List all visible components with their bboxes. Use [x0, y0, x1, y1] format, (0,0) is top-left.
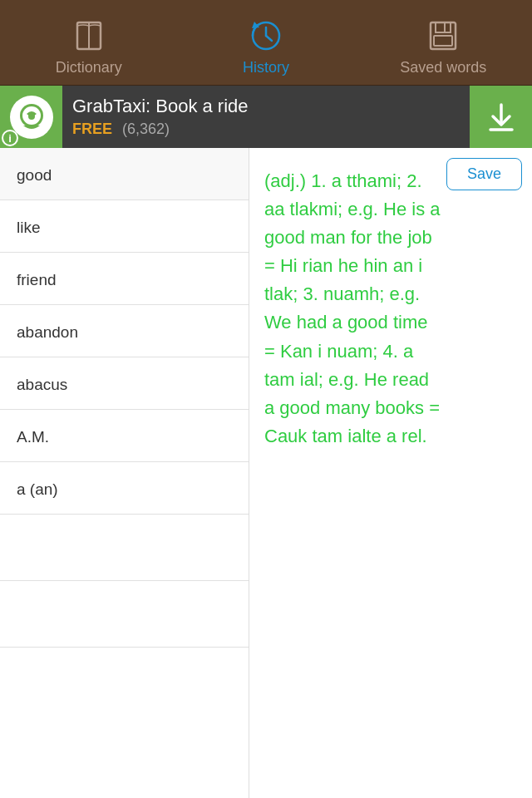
svg-rect-7 — [436, 22, 451, 32]
main-content: good like friend abandon abacus A.M. a (… — [0, 148, 532, 798]
app-sub: FREE (6,362) — [72, 121, 460, 138]
nav-item-saved[interactable]: Saved words — [355, 0, 532, 85]
word-item-good[interactable]: good — [0, 148, 249, 200]
banner-info: GrabTaxi: Book a ride FREE (6,362) — [62, 89, 470, 145]
word-item-abandon[interactable]: abandon — [0, 305, 249, 357]
nav-item-history[interactable]: History — [177, 0, 354, 85]
free-label: FREE — [72, 121, 112, 138]
save-button[interactable]: Save — [446, 158, 522, 190]
svg-rect-8 — [434, 36, 452, 46]
word-list: good like friend abandon abacus A.M. a (… — [0, 148, 249, 798]
word-item-blank-2[interactable] — [0, 581, 249, 648]
definition-panel: Save (adj.) 1. a tthami; 2. aa tlakmi; e… — [249, 148, 532, 798]
nav-item-dictionary[interactable]: Dictionary — [0, 0, 177, 85]
definition-text: (adj.) 1. a tthami; 2. aa tlakmi; e.g. H… — [264, 167, 517, 451]
clock-icon — [248, 17, 284, 54]
word-item-a-an[interactable]: a (an) — [0, 462, 249, 515]
dictionary-label: Dictionary — [56, 59, 122, 76]
book-icon — [71, 17, 107, 54]
word-item-blank-1[interactable] — [0, 515, 249, 581]
svg-line-4 — [266, 36, 272, 41]
history-label: History — [243, 59, 289, 76]
saved-words-label: Saved words — [400, 59, 486, 76]
download-button[interactable] — [470, 86, 532, 148]
word-item-friend[interactable]: friend — [0, 253, 249, 305]
rating-count: (6,362) — [122, 121, 170, 138]
word-item-am[interactable]: A.M. — [0, 410, 249, 462]
floppy-icon — [425, 17, 461, 54]
word-item-abacus[interactable]: abacus — [0, 357, 249, 410]
navigation-bar: Dictionary History Saved words — [0, 0, 532, 86]
app-title: GrabTaxi: Book a ride — [72, 96, 460, 117]
word-item-like[interactable]: like — [0, 200, 249, 253]
info-badge[interactable]: i — [2, 130, 18, 146]
banner-ad: GrabTaxi: Book a ride FREE (6,362) i — [0, 86, 532, 148]
svg-point-12 — [28, 113, 35, 120]
